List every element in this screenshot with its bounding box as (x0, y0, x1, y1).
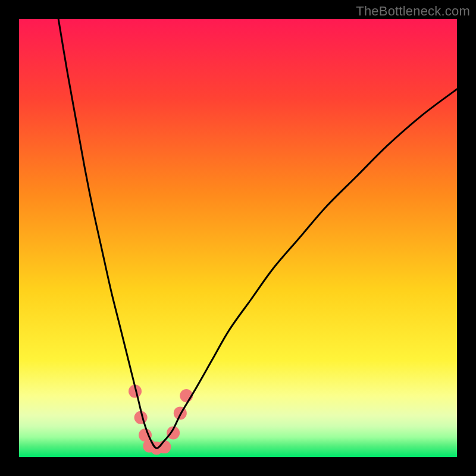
curve-layer (19, 19, 457, 457)
chart-frame: TheBottleneck.com (0, 0, 476, 476)
plot-area (19, 19, 457, 457)
bottleneck-curve (58, 19, 457, 448)
watermark-text: TheBottleneck.com (356, 4, 470, 19)
